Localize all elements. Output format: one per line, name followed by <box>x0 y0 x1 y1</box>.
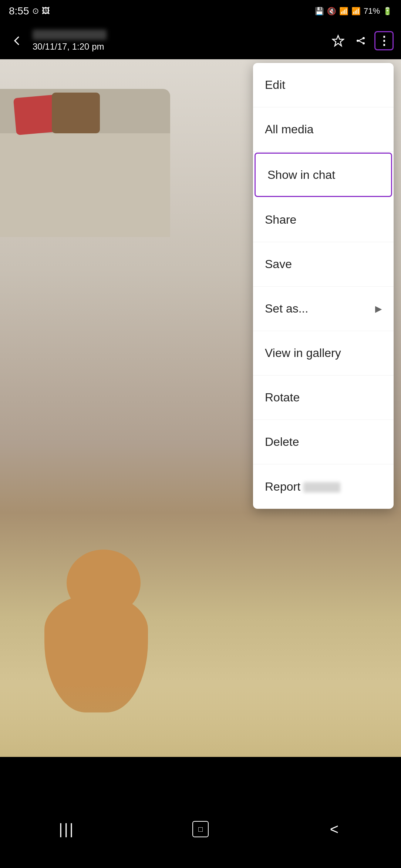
status-time: 8:55 <box>9 5 29 17</box>
menu-item-view-in-gallery[interactable]: View in gallery <box>253 331 394 375</box>
sofa-decoration <box>0 89 170 237</box>
signal-icon: 📶 <box>351 7 361 16</box>
menu-item-label-share: Share <box>265 213 296 227</box>
pillow2 <box>52 93 100 133</box>
menu-item-rotate[interactable]: Rotate <box>253 375 394 420</box>
menu-item-edit[interactable]: Edit <box>253 63 394 107</box>
toolbar: 30/11/17, 1:20 pm ⋮ <box>0 22 401 59</box>
status-left: 8:55 ⊙ 🖼 <box>9 5 50 17</box>
recent-apps-button[interactable]: ||| <box>56 818 78 840</box>
menu-item-share[interactable]: Share <box>253 198 394 242</box>
screenshot-icon: ⊙ <box>32 6 39 16</box>
context-menu: EditAll mediaShow in chatShareSaveSet as… <box>253 63 394 509</box>
menu-item-label-show-in-chat: Show in chat <box>267 168 335 182</box>
menu-item-save[interactable]: Save <box>253 242 394 287</box>
photo-date: 30/11/17, 1:20 pm <box>33 41 107 52</box>
svg-point-3 <box>357 40 359 42</box>
share-button[interactable] <box>351 31 371 50</box>
svg-point-1 <box>363 37 365 39</box>
menu-item-label-report: Report <box>265 480 340 494</box>
home-button[interactable]: □ <box>189 818 212 840</box>
menu-item-label-edit: Edit <box>265 78 285 92</box>
floor-overlay <box>0 683 401 757</box>
sd-icon: 💾 <box>315 7 324 16</box>
menu-item-show-in-chat[interactable]: Show in chat <box>255 153 392 197</box>
status-right: 💾 🔇 📶 📶 71% 🔋 <box>315 6 392 16</box>
star-button[interactable] <box>328 31 348 50</box>
menu-item-label-set-as: Set as... <box>265 302 308 316</box>
back-button[interactable] <box>7 31 27 50</box>
blurred-content <box>303 482 340 493</box>
wifi-icon: 📶 <box>339 7 348 16</box>
menu-item-label-save: Save <box>265 257 292 271</box>
photo-icon: 🖼 <box>42 6 50 16</box>
svg-point-2 <box>363 42 365 44</box>
contact-name-blurred <box>33 30 107 40</box>
menu-item-label-rotate: Rotate <box>265 391 300 404</box>
battery-level: 71% <box>364 6 380 16</box>
toolbar-right: ⋮ <box>328 31 394 50</box>
dog-head <box>67 550 141 616</box>
status-bar: 8:55 ⊙ 🖼 💾 🔇 📶 📶 71% 🔋 <box>0 0 401 22</box>
menu-item-set-as[interactable]: Set as...▶ <box>253 287 394 331</box>
svg-marker-0 <box>333 36 344 46</box>
toolbar-title-area: 30/11/17, 1:20 pm <box>33 30 107 52</box>
battery-icon: 🔋 <box>383 7 392 16</box>
menu-item-label-all-media: All media <box>265 123 314 136</box>
mute-icon: 🔇 <box>327 7 336 16</box>
menu-item-all-media[interactable]: All media <box>253 107 394 152</box>
menu-item-delete[interactable]: Delete <box>253 420 394 464</box>
menu-item-label-delete: Delete <box>265 435 299 449</box>
toolbar-left: 30/11/17, 1:20 pm <box>7 30 328 52</box>
navigation-bar: ||| □ < <box>0 801 401 868</box>
menu-item-label-view-in-gallery: View in gallery <box>265 346 341 360</box>
more-options-button[interactable]: ⋮ <box>374 31 394 50</box>
menu-item-report[interactable]: Report <box>253 464 394 509</box>
back-nav-button[interactable]: < <box>323 818 345 840</box>
menu-item-arrow-set-as: ▶ <box>375 304 382 314</box>
